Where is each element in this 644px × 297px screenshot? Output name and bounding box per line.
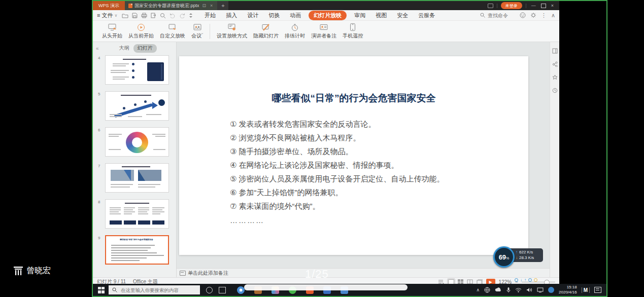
slide-title[interactable]: 哪些看似“日常”的行为会危害国家安全 — [179, 92, 528, 105]
slide-thumbnail-6[interactable] — [105, 127, 169, 157]
open-folder-icon[interactable] — [122, 13, 128, 18]
start-button[interactable] — [98, 287, 105, 293]
close-tab-icon[interactable]: × — [209, 3, 214, 8]
history-icon[interactable] — [552, 88, 558, 93]
right-tool-strip — [550, 42, 559, 277]
divider — [497, 4, 497, 8]
upload-speed: 622 K/s — [519, 250, 533, 255]
tab-outline[interactable]: 大纲 — [119, 45, 129, 52]
slide-thumbnail-8[interactable] — [105, 199, 169, 229]
display-project-icon[interactable] — [537, 287, 544, 292]
customize-toolbar-icon[interactable] — [189, 13, 193, 18]
watermark-name: 曾晓宏 — [26, 266, 51, 276]
collapse-panel-icon[interactable]: « — [96, 46, 99, 51]
menu-item-design[interactable]: 设计 — [247, 12, 258, 19]
file-menu[interactable]: ≡ 文件 ∨ — [97, 12, 117, 19]
menu-item-transition[interactable]: 切换 — [268, 12, 280, 19]
animation-pane-icon[interactable] — [552, 75, 558, 80]
action-center-icon[interactable] — [594, 287, 601, 293]
slide-thumbnail-9-selected[interactable]: 哪些看似“日常”的行为会危害国家安全 — [105, 235, 169, 265]
panel-header: « 大纲 幻灯片 — [93, 42, 176, 54]
menu-item-slideshow[interactable]: 幻灯片放映 — [309, 11, 347, 20]
pin-tab-icon[interactable]: ⊡ — [201, 3, 208, 8]
taskbar-search-input[interactable] — [120, 287, 193, 293]
menu-item-cloud[interactable]: 云服务 — [418, 12, 435, 19]
task-view-button[interactable] — [219, 287, 226, 293]
menu-item-home[interactable]: 开始 — [205, 12, 216, 19]
gauge-percent-unit: % — [506, 256, 509, 260]
thumbnail-row: 9 哪些看似“日常”的行为会危害国家安全 — [105, 235, 171, 265]
undo-icon[interactable] — [170, 13, 176, 18]
search-icon — [112, 287, 117, 292]
slide-body-text[interactable]: ① 发表或者转发危害国家安全的反动言论。 ② 浏览境外不良网站被植入木马程序。 … — [230, 117, 513, 213]
collapse-ribbon-icon[interactable]: ∧ — [551, 12, 555, 19]
app-icon-browser[interactable] — [237, 286, 245, 294]
slide-number: 9 — [98, 236, 100, 240]
new-tab-button[interactable]: + — [217, 1, 228, 10]
hide-slide-icon — [261, 23, 270, 31]
thumbnail-list[interactable]: 4 — [93, 55, 176, 277]
rehearse-timings-button[interactable]: 排练计时 — [282, 23, 308, 40]
ime-indicator[interactable]: M — [582, 287, 590, 293]
interface-mode-icon[interactable] — [488, 4, 493, 8]
mini-down-icon: ↓ — [520, 278, 522, 282]
share-icon[interactable] — [552, 61, 558, 67]
taskbar-clock[interactable]: 15:18 2020/4/16 — [559, 285, 577, 295]
menu-item-insert[interactable]: 插入 — [226, 12, 237, 19]
app-tab-wps[interactable]: WPS 演示 — [93, 1, 125, 10]
print-preview-icon[interactable] — [160, 13, 166, 18]
settings-gear-icon[interactable] — [530, 12, 536, 18]
export-icon[interactable] — [151, 13, 156, 18]
more-menu-icon[interactable]: ⋮ — [541, 12, 547, 19]
close-button[interactable]: × — [550, 3, 555, 8]
slide-canvas[interactable]: 哪些看似“日常”的行为会危害国家安全 ① 发表或者转发危害国家安全的反动言论。 … — [179, 56, 528, 255]
taskbar-search[interactable] — [109, 285, 200, 294]
meeting-button[interactable]: 会议ˇ — [188, 23, 206, 40]
setup-show-button[interactable]: 设置放映方式 — [214, 23, 250, 40]
notes-bar[interactable]: 单击此处添加备注 — [177, 268, 550, 277]
phone-remote-button[interactable]: 手机遥控 — [340, 23, 366, 40]
document-tab-label: 国家安全的专题讲座曾晓宏.pptx — [134, 3, 199, 9]
slide-body-line: ④ 在网络论坛上谈论涉及国家秘密、情报的事项。 — [230, 158, 513, 172]
slide-thumbnail-4[interactable] — [105, 55, 169, 85]
slide-number: 6 — [98, 128, 100, 132]
login-status-badge[interactable]: 未登录 — [501, 2, 522, 9]
from-current-button[interactable]: 从当前开始 — [125, 23, 157, 40]
cloud-icon[interactable] — [495, 287, 502, 292]
redo-icon[interactable] — [179, 13, 185, 18]
wps-window: WPS 演示 国家安全的专题讲座曾晓宏.pptx ⊡ × + 未登录 — × — [93, 1, 559, 285]
from-beginning-button[interactable]: 从头开始 — [99, 23, 125, 40]
organization-logo-icon — [13, 267, 23, 275]
speaker-notes-button[interactable]: 演讲者备注 — [308, 23, 340, 40]
custom-show-button[interactable]: 自定义放映 — [157, 23, 188, 40]
wifi-icon[interactable] — [515, 287, 522, 292]
menu-item-security[interactable]: 安全 — [397, 12, 408, 19]
slide-thumbnail-5[interactable] — [105, 91, 169, 121]
speaker-icon[interactable] — [526, 287, 532, 292]
properties-panel-icon[interactable] — [552, 48, 558, 54]
tray-app-icon[interactable] — [548, 287, 554, 293]
button-label: 会议 — [191, 33, 201, 39]
thumbnail-row: 4 — [105, 55, 171, 85]
menu-item-review[interactable]: 审阅 — [354, 12, 365, 19]
net-monitor-widget[interactable]: ↑622 K/s ↓28.3 K/s 69% — [493, 246, 544, 268]
save-icon[interactable] — [132, 13, 138, 18]
command-search-input[interactable] — [487, 12, 515, 19]
print-icon[interactable] — [141, 13, 147, 18]
smiley-feedback-icon[interactable] — [520, 12, 526, 18]
command-search[interactable] — [480, 12, 515, 19]
slide-body-line: ② 浏览境外不良网站被植入木马程序。 — [230, 131, 513, 144]
cortana-button[interactable] — [206, 287, 213, 293]
tray-expand-icon[interactable]: ∧ — [476, 287, 480, 292]
safety-globe-icon[interactable] — [484, 287, 490, 293]
menu-item-view[interactable]: 视图 — [376, 12, 387, 19]
document-tab[interactable]: 国家安全的专题讲座曾晓宏.pptx ⊡ × — [125, 1, 217, 10]
memory-usage-gauge[interactable]: 69% — [493, 246, 515, 268]
restore-button[interactable] — [541, 4, 546, 8]
microphone-icon[interactable] — [506, 287, 511, 293]
menu-item-animation[interactable]: 动画 — [290, 12, 301, 19]
hide-slide-button[interactable]: 隐藏幻灯片 — [250, 23, 282, 40]
minimize-button[interactable]: — — [530, 3, 537, 8]
slide-thumbnail-7[interactable] — [105, 163, 169, 193]
tab-slides[interactable]: 幻灯片 — [133, 44, 157, 53]
